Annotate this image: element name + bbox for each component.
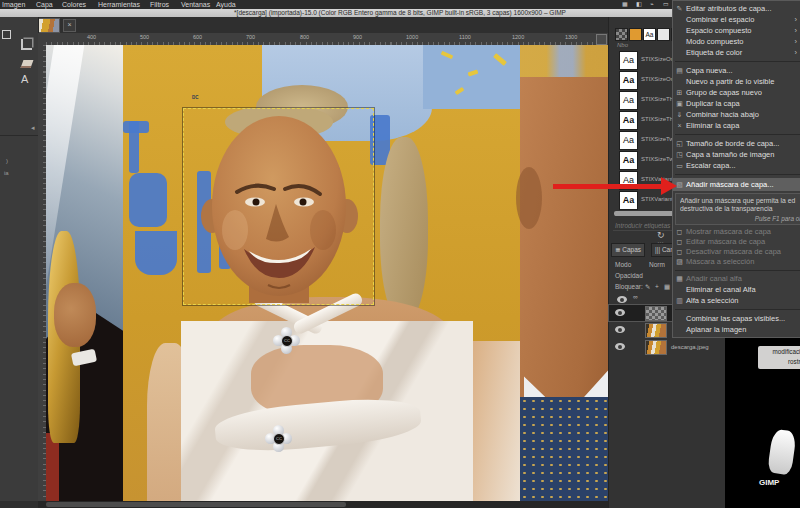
gradients-tab-icon[interactable]: [629, 28, 642, 41]
menu-item-combinar-espacio[interactable]: Combinar el espacio›: [673, 14, 800, 25]
channels-icon: |||: [655, 246, 660, 253]
menu-item-label: Eliminar la capa: [686, 121, 739, 130]
fonts-tab-icon[interactable]: Aa: [643, 28, 656, 41]
vertical-ruler: [38, 45, 46, 501]
opacity-label: Opacidad: [615, 272, 643, 279]
document-tab-icon[interactable]: [657, 28, 670, 41]
menu-item-label: Nuevo a partir de lo visible: [686, 77, 774, 86]
menu-item-editar-atributos[interactable]: ✎Editar atributos de capa...: [673, 3, 800, 14]
lock-move-icon[interactable]: +: [655, 283, 659, 290]
tab-close-icon[interactable]: ×: [63, 19, 76, 32]
menu-item-editar-mascara[interactable]: ◻Editar máscara de capa: [673, 237, 800, 247]
menu-item-label: Aplanar la imagen: [686, 325, 746, 334]
menu-item-tamano-borde[interactable]: ◱Tamaño de borde de capa...: [673, 138, 800, 149]
menu-separator: [675, 270, 800, 271]
menu-item-combinar-visibles[interactable]: Combinar las capas visibles...: [673, 313, 800, 324]
poster-dc-text: DC: [192, 95, 199, 100]
tooltip-line: rostro: [788, 358, 800, 365]
menu-ayuda[interactable]: Ayuda: [216, 0, 236, 9]
jewel-brooch-top: CC: [273, 327, 301, 355]
gimp-logo-image: [767, 429, 797, 476]
preview-size-slider[interactable]: [614, 211, 676, 216]
layer-row-background[interactable]: descarga.jpeg: [609, 339, 726, 355]
menu-item-capa-nueva[interactable]: ▤Capa nueva...: [673, 65, 800, 76]
checkbox-icon: ◻: [673, 237, 686, 247]
layer-name-tooltip: modificacio rostro: [758, 346, 800, 369]
ruler-label: 500: [140, 34, 149, 40]
crop-tool-icon[interactable]: [21, 39, 32, 50]
menu-item-desactivar-mascara[interactable]: ◻Desactivar máscara de capa: [673, 247, 800, 257]
menu-item-alfa-a-seleccion[interactable]: ▥Alfa a selección: [673, 295, 800, 306]
eraser-tool-icon[interactable]: [21, 60, 34, 68]
mask-to-selection-icon: ▨: [673, 257, 686, 267]
panel-collapse-icon[interactable]: ◂: [31, 123, 35, 133]
scrollbar-thumb[interactable]: [46, 502, 346, 507]
tool-options-text-fragment: ): [6, 158, 8, 164]
visibility-eye-icon[interactable]: [615, 326, 625, 333]
ruler-label: 1200: [512, 34, 524, 40]
menu-item-label: Combinar hacia abajo: [686, 110, 759, 119]
tooltip-line: modificacio: [773, 348, 800, 355]
menu-item-aplanar-imagen[interactable]: Aplanar la imagen: [673, 324, 800, 335]
patterns-tab-icon[interactable]: [615, 28, 628, 41]
menu-item-modo-compuesto[interactable]: Modo compuesto›: [673, 36, 800, 47]
floral-jacket: [520, 397, 608, 501]
horizontal-scrollbar[interactable]: [38, 501, 608, 508]
menu-item-escalar-capa[interactable]: ▭Escalar capa...: [673, 160, 800, 171]
menu-item-label: Modo compuesto: [686, 37, 744, 46]
tab-capas[interactable]: ≣ Capas: [611, 243, 645, 257]
tool-options-text-fragment: ia: [4, 170, 9, 176]
menu-capa[interactable]: Capa: [36, 0, 53, 9]
menu-imagen[interactable]: Imagen: [2, 0, 25, 9]
font-preview: Aa: [619, 51, 638, 70]
visibility-eye-icon[interactable]: [615, 343, 625, 350]
window-title: *[descarga] (importada)-15.0 (Color RGB …: [234, 9, 566, 16]
mode-value[interactable]: Norm: [649, 261, 665, 268]
menu-herramientas[interactable]: Herramientas: [98, 0, 140, 9]
new-group-icon: ⊞: [673, 87, 686, 98]
status-menu-icon-1[interactable]: ▦: [622, 0, 628, 9]
menu-item-etiqueta-color[interactable]: Etiqueta de color›: [673, 47, 800, 58]
menu-item-anadir-mascara[interactable]: ▧Añadir máscara de capa...: [673, 178, 800, 191]
menu-item-anadir-canal-alfa[interactable]: ▦Añadir canal alfa: [673, 274, 800, 284]
lock-alpha-icon[interactable]: ▦: [664, 283, 670, 291]
status-menu-icon-2[interactable]: ◧: [636, 0, 642, 9]
ruler-options-icon[interactable]: [596, 34, 607, 45]
menu-item-capa-a-imagen[interactable]: ◳Capa a tamaño de imagen: [673, 149, 800, 160]
font-preview: Aa: [619, 111, 638, 130]
menu-item-combinar-abajo[interactable]: ⇓Combinar hacia abajo: [673, 109, 800, 120]
menu-item-grupo-capas[interactable]: ⊞Grupo de capas nuevo: [673, 87, 800, 98]
poster-letter: [135, 231, 177, 275]
menu-item-label: Editar atributos de capa...: [686, 4, 771, 13]
menu-item-label: Eliminar el canal Alfa: [686, 285, 756, 294]
menu-colores[interactable]: Colores: [62, 0, 86, 9]
menu-item-espacio-compuesto[interactable]: Espacio compuesto›: [673, 25, 800, 36]
lock-paint-icon[interactable]: ✎: [645, 283, 650, 291]
ear-shadow: [516, 167, 542, 229]
layer-to-image-icon: ◳: [673, 149, 686, 160]
menu-separator: [675, 309, 800, 310]
font-filter-text[interactable]: Nbo: [617, 42, 628, 48]
menu-item-nuevo-desde-visible[interactable]: Nuevo a partir de lo visible: [673, 76, 800, 87]
status-menu-icon-4[interactable]: ▭: [663, 0, 669, 9]
menu-ventanas[interactable]: Ventanas: [181, 0, 210, 9]
menu-item-eliminar-canal-alfa[interactable]: Eliminar el canal Alfa: [673, 284, 800, 295]
menu-item-mascara-a-seleccion[interactable]: ▨Máscara a selección: [673, 257, 800, 267]
link-header-icon: ∞: [633, 293, 638, 300]
submenu-arrow-icon: ›: [795, 14, 798, 25]
menu-item-eliminar-capa[interactable]: ×Eliminar la capa: [673, 120, 800, 131]
menu-item-label: Capa nueva...: [686, 66, 733, 75]
image-canvas[interactable]: DC CC CC: [46, 45, 608, 501]
menu-filtros[interactable]: Filtros: [150, 0, 169, 9]
toolbox-mini-icon[interactable]: [2, 30, 11, 39]
ruler-label: 1100: [459, 34, 471, 40]
visibility-eye-icon[interactable]: [615, 309, 625, 316]
menu-item-label: Combinar las capas visibles...: [686, 314, 785, 323]
ruler-label: 1300: [565, 34, 577, 40]
status-menu-icon-3[interactable]: ⌁: [650, 0, 654, 9]
menu-item-mostrar-mascara[interactable]: ◻Mostrar máscara de capa: [673, 227, 800, 237]
layers-icon: ≣: [615, 246, 620, 253]
menu-item-duplicar-capa[interactable]: ▣Duplicar la capa: [673, 98, 800, 109]
text-tool-icon[interactable]: A: [21, 74, 28, 84]
menu-separator: [675, 134, 800, 135]
